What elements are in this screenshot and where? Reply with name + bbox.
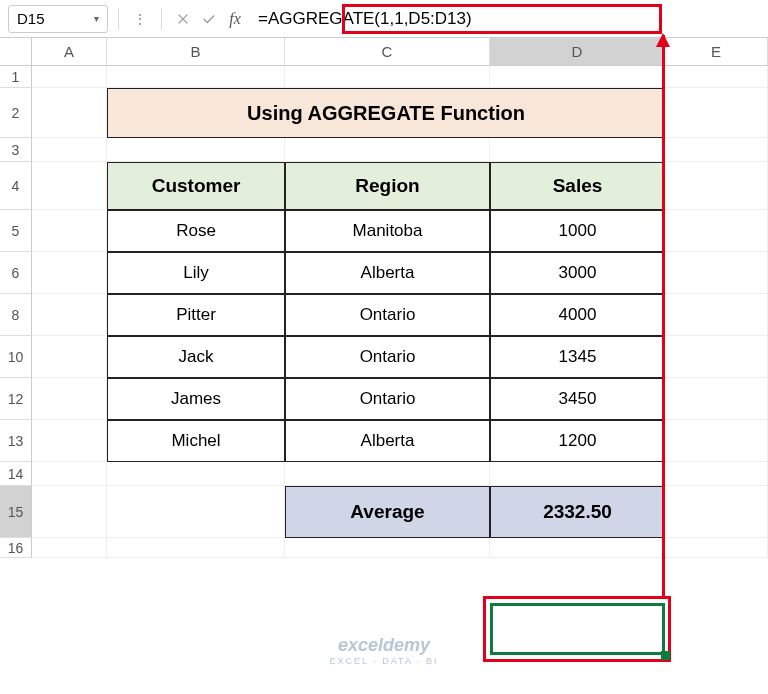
row-header-4[interactable]: 4 — [0, 162, 32, 210]
cell[interactable] — [665, 138, 768, 162]
cell[interactable] — [32, 420, 107, 462]
cell[interactable] — [490, 538, 665, 558]
cell[interactable] — [32, 210, 107, 252]
row-header-15[interactable]: 15 — [0, 486, 32, 538]
data-cell[interactable]: 3450 — [490, 378, 665, 420]
cell[interactable] — [490, 66, 665, 88]
watermark-sub: EXCEL · DATA · BI — [330, 656, 439, 666]
row-header-12[interactable]: 12 — [0, 378, 32, 420]
cell[interactable] — [107, 66, 285, 88]
data-cell[interactable]: Alberta — [285, 420, 490, 462]
select-all-corner[interactable] — [0, 38, 32, 66]
col-header-c[interactable]: C — [285, 38, 490, 66]
cell[interactable] — [32, 138, 107, 162]
data-cell[interactable]: 4000 — [490, 294, 665, 336]
cell[interactable] — [32, 162, 107, 210]
row-header-13[interactable]: 13 — [0, 420, 32, 462]
average-label[interactable]: Average — [285, 486, 490, 538]
name-box-value: D15 — [17, 10, 45, 27]
row-header-10[interactable]: 10 — [0, 336, 32, 378]
data-cell[interactable]: Rose — [107, 210, 285, 252]
watermark-logo: exceldemy — [330, 635, 439, 656]
title-cell[interactable]: Using AGGREGATE Function — [107, 88, 665, 138]
divider — [161, 8, 162, 30]
cell[interactable] — [490, 462, 665, 486]
data-cell[interactable]: James — [107, 378, 285, 420]
row-header-3[interactable]: 3 — [0, 138, 32, 162]
cell[interactable] — [32, 538, 107, 558]
cell[interactable] — [32, 88, 107, 138]
chevron-down-icon[interactable]: ▾ — [94, 13, 99, 24]
cell[interactable] — [665, 162, 768, 210]
average-value[interactable]: 2332.50 — [490, 486, 665, 538]
data-cell[interactable]: 3000 — [490, 252, 665, 294]
data-cell[interactable]: Pitter — [107, 294, 285, 336]
cell[interactable] — [665, 378, 768, 420]
cell[interactable] — [665, 88, 768, 138]
col-header-b[interactable]: B — [107, 38, 285, 66]
cell[interactable] — [665, 66, 768, 88]
spreadsheet-grid: A B C D E 1 2 Using AGGREGATE Function 3… — [0, 38, 768, 558]
formula-input[interactable] — [250, 5, 760, 33]
formula-bar: D15 ▾ ⋮ fx — [0, 0, 768, 38]
divider — [118, 8, 119, 30]
annotation-box — [483, 596, 671, 662]
watermark: exceldemy EXCEL · DATA · BI — [330, 635, 439, 666]
data-cell[interactable]: Alberta — [285, 252, 490, 294]
selection-border — [490, 603, 665, 655]
data-cell[interactable]: Ontario — [285, 294, 490, 336]
col-header-a[interactable]: A — [32, 38, 107, 66]
row-header-14[interactable]: 14 — [0, 462, 32, 486]
cell[interactable] — [32, 462, 107, 486]
data-cell[interactable]: Ontario — [285, 336, 490, 378]
cell[interactable] — [107, 462, 285, 486]
data-cell[interactable]: 1000 — [490, 210, 665, 252]
cell[interactable] — [107, 138, 285, 162]
fill-handle[interactable] — [661, 651, 670, 660]
row-header-2[interactable]: 2 — [0, 88, 32, 138]
cell[interactable] — [665, 210, 768, 252]
data-cell[interactable]: 1200 — [490, 420, 665, 462]
col-header-d[interactable]: D — [490, 38, 665, 66]
cell[interactable] — [285, 138, 490, 162]
cell[interactable] — [32, 336, 107, 378]
data-cell[interactable]: Ontario — [285, 378, 490, 420]
data-cell[interactable]: Jack — [107, 336, 285, 378]
more-icon[interactable]: ⋮ — [129, 8, 151, 30]
row-header-1[interactable]: 1 — [0, 66, 32, 88]
data-cell[interactable]: Michel — [107, 420, 285, 462]
header-customer[interactable]: Customer — [107, 162, 285, 210]
cell[interactable] — [665, 294, 768, 336]
fx-icon[interactable]: fx — [224, 8, 246, 30]
cell[interactable] — [665, 538, 768, 558]
cell[interactable] — [32, 252, 107, 294]
cell[interactable] — [665, 420, 768, 462]
header-sales[interactable]: Sales — [490, 162, 665, 210]
cell[interactable] — [32, 294, 107, 336]
cell[interactable] — [490, 138, 665, 162]
header-region[interactable]: Region — [285, 162, 490, 210]
row-header-16[interactable]: 16 — [0, 538, 32, 558]
data-cell[interactable]: Lily — [107, 252, 285, 294]
data-cell[interactable]: 1345 — [490, 336, 665, 378]
cell[interactable] — [107, 486, 285, 538]
cell[interactable] — [285, 462, 490, 486]
cell[interactable] — [665, 462, 768, 486]
cancel-icon[interactable] — [172, 8, 194, 30]
confirm-icon[interactable] — [198, 8, 220, 30]
cell[interactable] — [32, 486, 107, 538]
cell[interactable] — [665, 336, 768, 378]
row-header-5[interactable]: 5 — [0, 210, 32, 252]
data-cell[interactable]: Manitoba — [285, 210, 490, 252]
row-header-8[interactable]: 8 — [0, 294, 32, 336]
cell[interactable] — [32, 66, 107, 88]
cell[interactable] — [285, 538, 490, 558]
col-header-e[interactable]: E — [665, 38, 768, 66]
cell[interactable] — [32, 378, 107, 420]
cell[interactable] — [285, 66, 490, 88]
cell[interactable] — [665, 252, 768, 294]
name-box[interactable]: D15 ▾ — [8, 5, 108, 33]
cell[interactable] — [107, 538, 285, 558]
cell[interactable] — [665, 486, 768, 538]
row-header-6[interactable]: 6 — [0, 252, 32, 294]
